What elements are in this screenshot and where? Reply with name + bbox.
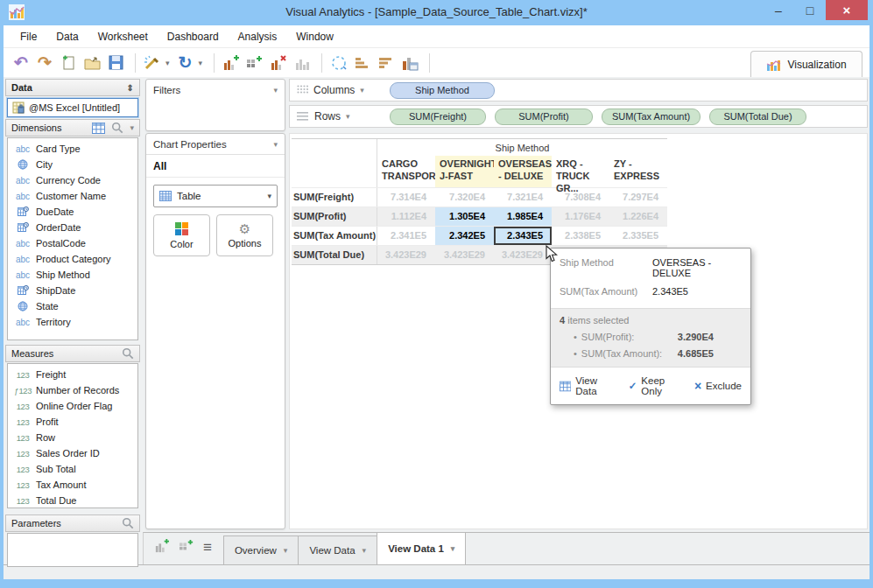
- save-button[interactable]: [105, 52, 126, 74]
- dimension-orderdate[interactable]: OrderDate: [8, 220, 137, 235]
- chart-type-select[interactable]: Table ▾: [153, 185, 278, 207]
- chart-window-button[interactable]: [399, 52, 420, 74]
- measure-tax-amount[interactable]: 123Tax Amount: [8, 477, 137, 493]
- table-cell[interactable]: 7.308E4: [552, 188, 609, 206]
- table-cell[interactable]: 7.321E4: [494, 188, 552, 206]
- search-icon[interactable]: [111, 122, 123, 134]
- table-cell[interactable]: 1.226E4: [609, 207, 667, 226]
- table-cell[interactable]: 3.423E29: [377, 246, 435, 264]
- menu-data[interactable]: Data: [46, 27, 88, 46]
- dimensions-menu-caret[interactable]: ▾: [130, 123, 134, 132]
- dimension-territory[interactable]: abcTerritory: [8, 314, 137, 330]
- col-header-overnight-j-fast[interactable]: OVERNIGHT J-FAST: [435, 156, 494, 187]
- pill-sum-tax-amount[interactable]: SUM(Tax Amount): [602, 108, 701, 125]
- visualization-tab[interactable]: Visualization: [750, 51, 862, 77]
- measure-sub-total[interactable]: 123Sub Total: [8, 461, 137, 477]
- sort-descending-button[interactable]: [376, 52, 397, 74]
- pill-ship-method[interactable]: Ship Method: [390, 82, 495, 99]
- add-table-button[interactable]: [244, 52, 265, 74]
- minimize-button[interactable]: –: [763, 0, 794, 20]
- chart-properties-collapse-caret[interactable]: ▾: [273, 140, 278, 149]
- table-cell-selected[interactable]: 1.305E4: [435, 207, 494, 226]
- col-header-overseas-deluxe[interactable]: OVERSEAS - DELUXE: [494, 156, 552, 187]
- table-cell[interactable]: 1.112E4: [377, 207, 435, 226]
- col-header-xrq-truck[interactable]: XRQ - TRUCK GR...: [552, 156, 609, 187]
- new-file-button[interactable]: [58, 52, 79, 74]
- pill-sum-total-due[interactable]: SUM(Total Due): [709, 108, 806, 125]
- search-icon[interactable]: [122, 517, 134, 529]
- filters-header[interactable]: Filters ▾: [146, 80, 285, 100]
- tab-caret[interactable]: ▾: [284, 546, 288, 555]
- dimension-city[interactable]: City: [8, 157, 137, 172]
- pill-sum-freight[interactable]: SUM(Freight): [390, 108, 486, 125]
- dimension-card-type[interactable]: abcCard Type: [8, 141, 137, 157]
- table-cell[interactable]: 3.423E29: [435, 246, 494, 264]
- exclude-button[interactable]: × Exclude: [694, 379, 742, 393]
- row-label[interactable]: SUM(Total Due): [292, 246, 377, 264]
- row-label[interactable]: SUM(Freight): [292, 188, 377, 206]
- dimension-customer-name[interactable]: abcCustomer Name: [8, 188, 137, 204]
- menu-analysis[interactable]: Analysis: [229, 27, 287, 46]
- measure-online-order-flag[interactable]: 123Online Order Flag: [8, 398, 137, 414]
- measure-sales-order-id[interactable]: 123Sales Order ID: [8, 445, 137, 461]
- row-label[interactable]: SUM(Profit): [292, 207, 377, 226]
- open-file-button[interactable]: [81, 52, 102, 74]
- tab-caret[interactable]: ▾: [451, 544, 455, 553]
- filters-collapse-caret[interactable]: ▾: [273, 86, 278, 94]
- options-button[interactable]: ⚙ Options: [216, 214, 273, 256]
- add-chart-button[interactable]: [221, 52, 242, 74]
- sheet-list-icon[interactable]: ≡: [203, 542, 212, 554]
- table-cell[interactable]: 1.176E4: [552, 207, 609, 226]
- table-cell-selected[interactable]: 1.985E4: [494, 207, 552, 226]
- tab-overview[interactable]: Overview ▾: [223, 536, 299, 564]
- refresh-dropdown-caret[interactable]: ▾: [199, 59, 203, 67]
- menu-worksheet[interactable]: Worksheet: [88, 27, 158, 46]
- new-table-tab-button[interactable]: [179, 539, 194, 556]
- view-data-button[interactable]: View Data: [560, 375, 616, 396]
- dimension-product-category[interactable]: abcProduct Category: [8, 251, 137, 267]
- panel-collapse-toggle[interactable]: ⇕: [127, 83, 134, 93]
- menu-dashboard[interactable]: Dashboard: [158, 27, 229, 46]
- row-label[interactable]: SUM(Tax Amount): [292, 227, 377, 245]
- data-source-wizard-button[interactable]: [142, 52, 163, 74]
- table-cell-selected[interactable]: 2.342E5: [435, 227, 494, 245]
- dimension-shipdate[interactable]: ShipDate: [8, 283, 137, 298]
- table-cell[interactable]: 7.297E4: [609, 188, 667, 206]
- table-cell[interactable]: 7.314E4: [377, 188, 435, 206]
- menu-window[interactable]: Window: [286, 27, 343, 46]
- table-cell[interactable]: 2.341E5: [377, 227, 435, 245]
- measure-total-due[interactable]: 123Total Due: [8, 493, 137, 508]
- keep-only-button[interactable]: ✓ Keep Only: [629, 375, 682, 396]
- new-chart-tab-button[interactable]: [154, 539, 170, 556]
- search-icon[interactable]: [122, 347, 134, 360]
- menu-file[interactable]: File: [11, 27, 46, 46]
- dimension-state[interactable]: State: [8, 298, 137, 314]
- dimension-duedate[interactable]: DueDate: [8, 204, 137, 220]
- chart-properties-header[interactable]: Chart Properties ▾: [146, 134, 285, 154]
- wizard-dropdown-caret[interactable]: ▾: [165, 59, 170, 67]
- close-button[interactable]: ×: [826, 0, 868, 20]
- pill-sum-profit[interactable]: SUM(Profit): [495, 108, 593, 125]
- columns-shelf-caret[interactable]: ▾: [360, 86, 364, 94]
- sort-ascending-button[interactable]: [352, 52, 373, 74]
- measure-freight[interactable]: 123Freight: [8, 367, 137, 382]
- view-data-grid-icon[interactable]: [92, 122, 105, 134]
- measure-row[interactable]: 123Row: [8, 430, 137, 445]
- table-cell[interactable]: 7.320E4: [435, 188, 494, 206]
- tab-view-data-1[interactable]: View Data 1 ▾: [377, 532, 466, 564]
- col-header-zy-express[interactable]: ZY - EXPRESS: [609, 156, 667, 187]
- dimension-currency-code[interactable]: abcCurrency Code: [8, 172, 137, 188]
- lasso-select-button[interactable]: [328, 52, 349, 74]
- maximize-button[interactable]: □: [794, 0, 826, 20]
- table-cell[interactable]: 3.423E29: [494, 246, 552, 264]
- dimension-ship-method[interactable]: abcShip Method: [8, 267, 137, 283]
- dimension-postalcode[interactable]: abcPostalCode: [8, 235, 137, 251]
- measure-profit[interactable]: 123Profit: [8, 414, 137, 430]
- table-cell-focused[interactable]: 2.343E5: [494, 227, 552, 245]
- table-cell[interactable]: 2.338E5: [552, 227, 609, 245]
- tab-caret[interactable]: ▾: [363, 546, 367, 555]
- redo-button[interactable]: ↷: [34, 52, 55, 74]
- col-header-cargo-transport[interactable]: CARGO TRANSPORT: [377, 156, 435, 187]
- measure-number-of-records[interactable]: ƒ123Number of Records: [8, 382, 137, 398]
- color-button[interactable]: Color: [153, 214, 210, 256]
